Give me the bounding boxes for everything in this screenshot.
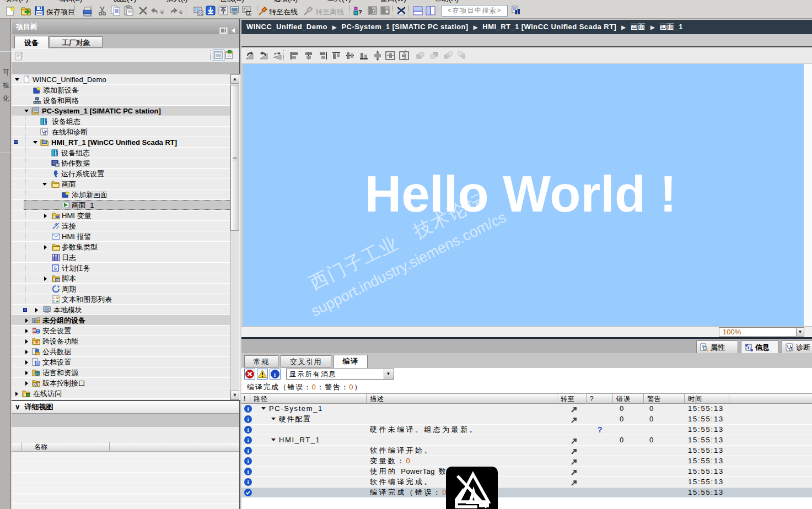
svg-text:2.: 2. [53,300,56,303]
svg-text:01: 01 [198,12,203,15]
svg-text:5: 5 [54,266,57,271]
svg-text:i: i [274,371,276,378]
svg-text:A: A [35,382,38,386]
svg-text:RT: RT [247,12,252,15]
svg-text:?: ? [358,9,362,15]
svg-text:1.: 1. [53,296,56,300]
